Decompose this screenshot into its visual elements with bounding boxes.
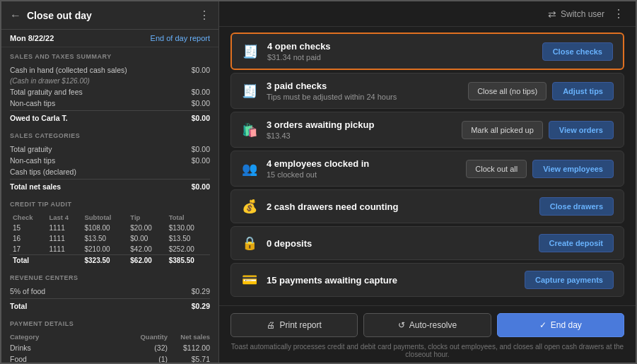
- end-day-button[interactable]: ✓ End day: [497, 313, 624, 337]
- credit-tip-section: CREDIT TIP AUDIT Check Last 4 Subtotal T…: [1, 195, 218, 269]
- employees-info: 4 employees clocked in 15 clocked out: [267, 158, 457, 179]
- payments-info: 15 payments awaiting capture: [267, 275, 516, 286]
- bottom-bar: 🖨 Print report ↺ Auto-resolve ✓ End day …: [219, 305, 636, 363]
- close-all-no-tips-button[interactable]: Close all (no tips): [468, 82, 547, 100]
- auto-resolve-button[interactable]: ↺ Auto-resolve: [363, 313, 491, 337]
- awaiting-pickup-info: 3 orders awaiting pickup $13.43: [267, 119, 453, 140]
- credit-row-17: 171111$210.00$42.00$252.00: [10, 244, 210, 255]
- credit-row-15: 151111$108.00$20.00$130.00: [10, 223, 210, 233]
- clock-out-all-button[interactable]: Clock out all: [466, 160, 527, 178]
- end-of-day-report-link[interactable]: End of day report: [151, 34, 210, 42]
- awaiting-pickup-title: 3 orders awaiting pickup: [267, 119, 453, 130]
- checks-list: 🧾 4 open checks $31.34 not paid Close ch…: [219, 27, 636, 305]
- deposits-icon: 🔒: [241, 235, 258, 251]
- col-total: Total: [166, 212, 210, 223]
- payments-actions: Capture payments: [525, 271, 614, 289]
- auto-resolve-label: Auto-resolve: [409, 320, 457, 330]
- sales-taxes-section: SALES AND TAXES SUMMARY Cash in hand (co…: [1, 47, 218, 127]
- view-employees-button[interactable]: View employees: [532, 160, 614, 178]
- sales-categories-section: SALES CATEGORIES Total gratuity $0.00 No…: [1, 127, 218, 195]
- back-title: ← Close out day: [10, 9, 92, 22]
- paid-checks-row: 🧾 3 paid checks Tips must be adjusted wi…: [230, 73, 624, 109]
- employees-icon: 👥: [241, 161, 258, 177]
- mark-all-picked-up-button[interactable]: Mark all picked up: [462, 121, 543, 139]
- employees-title: 4 employees clocked in: [267, 158, 457, 169]
- awaiting-pickup-actions: Mark all picked up View orders: [462, 121, 614, 139]
- switch-user-button[interactable]: ⇄ Switch user: [548, 8, 604, 20]
- close-drawers-button[interactable]: Close drawers: [539, 197, 614, 216]
- deposits-actions: Create deposit: [539, 234, 614, 252]
- total-net-sales-row: Total net sales $0.00: [10, 179, 210, 192]
- open-checks-subtitle: $31.34 not paid: [267, 53, 534, 61]
- print-report-label: Print report: [279, 320, 321, 330]
- payment-drinks-row: Drinks (32) $112.00: [10, 342, 210, 353]
- printer-icon: 🖨: [267, 320, 275, 330]
- revenue-total-row: Total $0.29: [10, 298, 210, 312]
- right-menu-icon[interactable]: ⋮: [613, 7, 624, 20]
- gratuity-fees-row: Total gratuity and fees $0.00: [10, 86, 210, 98]
- date-row: Mon 8/22/22 End of day report: [1, 30, 218, 47]
- cash-drawers-actions: Close drawers: [539, 197, 614, 216]
- switch-user-label: Switch user: [561, 9, 604, 19]
- back-arrow-icon[interactable]: ←: [10, 9, 21, 22]
- check-icon: ✓: [539, 320, 547, 330]
- employees-actions: Clock out all View employees: [466, 160, 614, 178]
- awaiting-pickup-row: 🛍️ 3 orders awaiting pickup $13.43 Mark …: [230, 112, 624, 148]
- left-panel: ← Close out day ⋮ Mon 8/22/22 End of day…: [1, 1, 219, 363]
- cash-in-hand-row: Cash in hand (collected cash sales) $0.0…: [10, 64, 210, 76]
- create-deposit-button[interactable]: Create deposit: [539, 234, 614, 252]
- deposits-info: 0 deposits: [267, 238, 530, 249]
- awaiting-pickup-subtitle: $13.43: [267, 131, 453, 140]
- credit-tip-table: Check Last 4 Subtotal Tip Total 151111$1…: [10, 212, 210, 266]
- credit-tip-title: CREDIT TIP AUDIT: [10, 201, 210, 208]
- open-checks-row: 🧾 4 open checks $31.34 not paid Close ch…: [230, 33, 624, 70]
- open-checks-title: 4 open checks: [267, 41, 534, 52]
- credit-row-16: 161111$13.50$0.00$13.50: [10, 233, 210, 244]
- sales-categories-title: SALES CATEGORIES: [10, 132, 210, 139]
- col-tip: Tip: [127, 212, 165, 223]
- cash-drawers-info: 2 cash drawers need counting: [267, 201, 531, 212]
- col-check: Check: [10, 212, 46, 223]
- deposits-title: 0 deposits: [267, 238, 530, 249]
- bottom-buttons: 🖨 Print report ↺ Auto-resolve ✓ End day: [230, 313, 624, 337]
- payments-icon: 💳: [241, 272, 258, 288]
- print-report-button[interactable]: 🖨 Print report: [230, 313, 358, 337]
- end-day-label: End day: [551, 320, 582, 330]
- payment-food-row: Food (1) $5.71: [10, 353, 210, 363]
- owed-row: Owed to Carla T. $0.00: [10, 110, 210, 124]
- open-checks-actions: Close checks: [542, 42, 613, 61]
- payment-details-section: PAYMENT DETAILS Category Quantity Net sa…: [1, 315, 218, 363]
- deposits-row: 🔒 0 deposits Create deposit: [230, 226, 624, 260]
- date-label: Mon 8/22/22: [10, 34, 54, 42]
- employees-row: 👥 4 employees clocked in 15 clocked out …: [230, 151, 624, 187]
- right-header: ⇄ Switch user ⋮: [219, 1, 636, 27]
- left-header: ← Close out day ⋮: [1, 1, 218, 30]
- refresh-icon: ↺: [398, 320, 405, 330]
- payment-details-title: PAYMENT DETAILS: [10, 320, 210, 327]
- cash-drawer-row: (Cash in drawer $126.00): [10, 76, 210, 86]
- panel-menu-icon[interactable]: ⋮: [199, 8, 210, 22]
- payment-header-row: Category Quantity Net sales: [10, 331, 210, 342]
- open-checks-info: 4 open checks $31.34 not paid: [267, 41, 534, 61]
- open-checks-icon: 🧾: [242, 44, 259, 59]
- close-checks-button[interactable]: Close checks: [542, 42, 613, 61]
- total-gratuity-row: Total gratuity $0.00: [10, 143, 210, 155]
- adjust-tips-button[interactable]: Adjust tips: [552, 82, 614, 100]
- paid-checks-info: 3 paid checks Tips must be adjusted with…: [267, 81, 460, 101]
- paid-checks-subtitle: Tips must be adjusted within 24 hours: [267, 93, 460, 101]
- credit-total-row: Total$323.50$62.00$385.50: [10, 255, 210, 266]
- revenue-centers-section: REVENUE CENTERS 5% of food $0.29 Total $…: [1, 269, 218, 315]
- capture-payments-button[interactable]: Capture payments: [525, 271, 614, 289]
- view-orders-button[interactable]: View orders: [549, 121, 614, 139]
- paid-checks-actions: Close all (no tips) Adjust tips: [468, 82, 614, 100]
- cash-drawers-row: 💰 2 cash drawers need counting Close dra…: [230, 189, 624, 223]
- awaiting-pickup-icon: 🛍️: [241, 122, 258, 138]
- switch-user-icon: ⇄: [548, 8, 556, 20]
- col-last4: Last 4: [46, 212, 81, 223]
- cash-tips-row: Cash tips (declared): [10, 166, 210, 177]
- cash-drawers-icon: 💰: [241, 199, 258, 214]
- right-panel: ⇄ Switch user ⋮ 🧾 4 open checks $31.34 n…: [219, 1, 636, 363]
- bottom-note: Toast automatically processes credit and…: [230, 343, 624, 358]
- paid-checks-icon: 🧾: [241, 83, 258, 99]
- panel-title: Close out day: [27, 10, 92, 21]
